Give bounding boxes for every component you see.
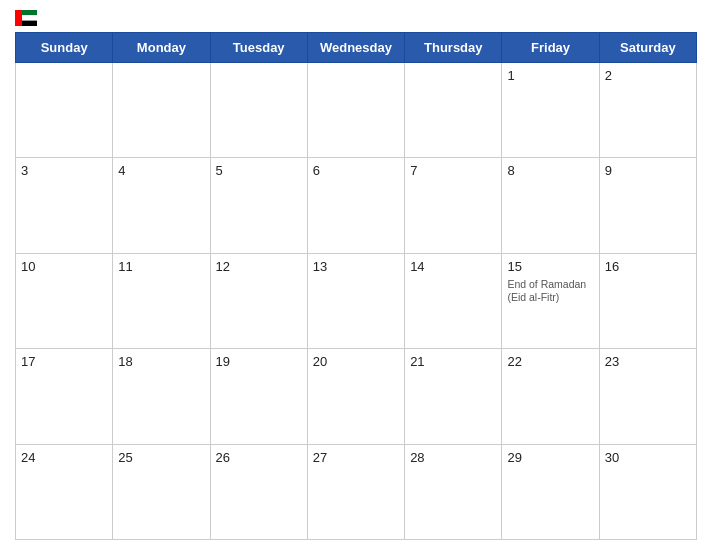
day-number: 28 bbox=[410, 450, 424, 465]
day-number: 26 bbox=[216, 450, 230, 465]
day-number: 27 bbox=[313, 450, 327, 465]
calendar-cell: 27 bbox=[307, 444, 404, 539]
day-number: 1 bbox=[507, 68, 514, 83]
day-number: 15 bbox=[507, 259, 521, 274]
calendar-cell: 22 bbox=[502, 349, 599, 444]
holiday-label: End of Ramadan (Eid al-Fitr) bbox=[507, 278, 593, 305]
day-number: 16 bbox=[605, 259, 619, 274]
calendar-cell: 9 bbox=[599, 158, 696, 253]
calendar-cell: 17 bbox=[16, 349, 113, 444]
day-number: 10 bbox=[21, 259, 35, 274]
calendar-cell: 4 bbox=[113, 158, 210, 253]
week-row-5: 24252627282930 bbox=[16, 444, 697, 539]
day-number: 19 bbox=[216, 354, 230, 369]
calendar-header bbox=[15, 10, 697, 26]
week-row-3: 101112131415End of Ramadan (Eid al-Fitr)… bbox=[16, 253, 697, 348]
day-number: 23 bbox=[605, 354, 619, 369]
day-header-wednesday: Wednesday bbox=[307, 33, 404, 63]
svg-rect-3 bbox=[15, 10, 22, 26]
calendar-cell bbox=[210, 63, 307, 158]
day-number: 5 bbox=[216, 163, 223, 178]
day-number: 18 bbox=[118, 354, 132, 369]
day-number: 29 bbox=[507, 450, 521, 465]
day-header-tuesday: Tuesday bbox=[210, 33, 307, 63]
calendar-cell: 2 bbox=[599, 63, 696, 158]
day-header-thursday: Thursday bbox=[405, 33, 502, 63]
day-number: 21 bbox=[410, 354, 424, 369]
day-header-saturday: Saturday bbox=[599, 33, 696, 63]
calendar-cell: 11 bbox=[113, 253, 210, 348]
calendar-cell: 20 bbox=[307, 349, 404, 444]
day-number: 13 bbox=[313, 259, 327, 274]
day-number: 3 bbox=[21, 163, 28, 178]
calendar-cell: 10 bbox=[16, 253, 113, 348]
calendar-cell: 28 bbox=[405, 444, 502, 539]
calendar-cell: 30 bbox=[599, 444, 696, 539]
day-number: 2 bbox=[605, 68, 612, 83]
calendar-cell bbox=[307, 63, 404, 158]
calendar-cell: 3 bbox=[16, 158, 113, 253]
calendar-table: SundayMondayTuesdayWednesdayThursdayFrid… bbox=[15, 32, 697, 540]
week-row-4: 17181920212223 bbox=[16, 349, 697, 444]
calendar-cell: 19 bbox=[210, 349, 307, 444]
calendar-cell: 26 bbox=[210, 444, 307, 539]
calendar-cell: 16 bbox=[599, 253, 696, 348]
day-header-sunday: Sunday bbox=[16, 33, 113, 63]
calendar-cell bbox=[405, 63, 502, 158]
calendar-cell: 6 bbox=[307, 158, 404, 253]
day-number: 14 bbox=[410, 259, 424, 274]
calendar-cell: 24 bbox=[16, 444, 113, 539]
day-number: 4 bbox=[118, 163, 125, 178]
calendar-cell: 5 bbox=[210, 158, 307, 253]
calendar-cell bbox=[113, 63, 210, 158]
day-number: 30 bbox=[605, 450, 619, 465]
day-number: 17 bbox=[21, 354, 35, 369]
day-number: 9 bbox=[605, 163, 612, 178]
day-number: 7 bbox=[410, 163, 417, 178]
calendar-cell: 21 bbox=[405, 349, 502, 444]
calendar-cell: 7 bbox=[405, 158, 502, 253]
calendar-cell: 14 bbox=[405, 253, 502, 348]
calendar-cell: 12 bbox=[210, 253, 307, 348]
day-header-friday: Friday bbox=[502, 33, 599, 63]
week-row-2: 3456789 bbox=[16, 158, 697, 253]
day-number: 12 bbox=[216, 259, 230, 274]
day-number: 20 bbox=[313, 354, 327, 369]
calendar-cell: 29 bbox=[502, 444, 599, 539]
day-number: 22 bbox=[507, 354, 521, 369]
calendar-cell: 15End of Ramadan (Eid al-Fitr) bbox=[502, 253, 599, 348]
week-row-1: 12 bbox=[16, 63, 697, 158]
day-header-monday: Monday bbox=[113, 33, 210, 63]
calendar-cell: 25 bbox=[113, 444, 210, 539]
calendar-cell: 13 bbox=[307, 253, 404, 348]
logo-flag-icon bbox=[15, 10, 37, 26]
day-number: 24 bbox=[21, 450, 35, 465]
calendar-cell: 18 bbox=[113, 349, 210, 444]
day-number: 11 bbox=[118, 259, 132, 274]
calendar-cell bbox=[16, 63, 113, 158]
day-number: 25 bbox=[118, 450, 132, 465]
day-number: 6 bbox=[313, 163, 320, 178]
day-number: 8 bbox=[507, 163, 514, 178]
calendar-cell: 8 bbox=[502, 158, 599, 253]
days-header-row: SundayMondayTuesdayWednesdayThursdayFrid… bbox=[16, 33, 697, 63]
calendar-cell: 23 bbox=[599, 349, 696, 444]
calendar-cell: 1 bbox=[502, 63, 599, 158]
logo bbox=[15, 10, 95, 26]
